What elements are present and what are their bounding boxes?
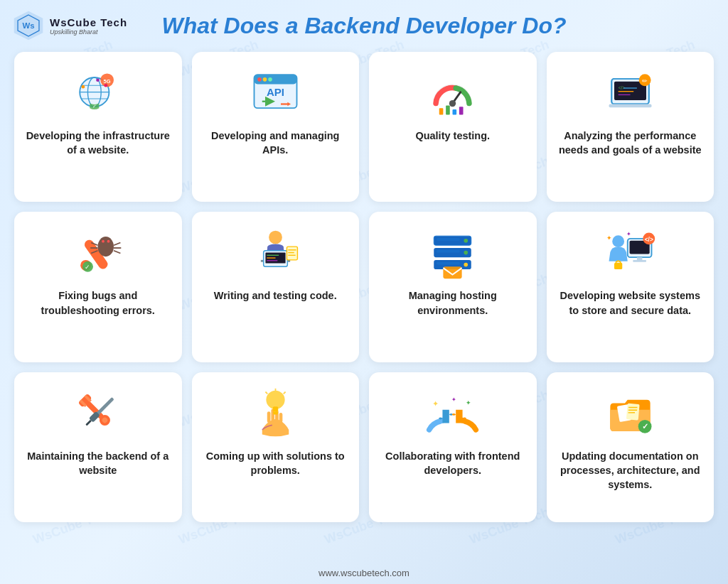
- card-bugs-text: Fixing bugs and troubleshooting errors.: [23, 288, 173, 318]
- svg-rect-74: [437, 262, 460, 265]
- card-bugs: ✓ Fixing bugs and troubleshooting errors…: [14, 212, 182, 362]
- tools-icon: [70, 385, 127, 442]
- card-backend-text: Maintaining the backend of a website: [23, 449, 173, 478]
- svg-rect-36: [609, 104, 651, 107]
- svg-text:5G: 5G: [104, 77, 111, 84]
- server-icon: [424, 225, 481, 281]
- svg-line-107: [628, 412, 634, 413]
- card-backend: Maintaining the backend of a website: [14, 372, 182, 522]
- card-docs: ✓ Updating documentation on processes, a…: [547, 372, 714, 522]
- svg-rect-25: [439, 108, 444, 114]
- svg-point-54: [269, 230, 282, 244]
- person-monitor-icon: </> ✦ ✦: [601, 225, 658, 281]
- card-quality-text: Quality testing.: [415, 129, 490, 143]
- card-hosting: Managing hosting environments.: [369, 212, 537, 362]
- svg-rect-26: [446, 105, 450, 114]
- svg-rect-80: [633, 260, 646, 262]
- svg-rect-68: [437, 238, 460, 241]
- api-icon: API: [247, 65, 304, 121]
- svg-point-24: [449, 99, 456, 106]
- card-docs-text: Updating documentation on processes, arc…: [555, 449, 706, 492]
- svg-point-11: [82, 85, 85, 88]
- svg-rect-94: [86, 420, 92, 426]
- card-api-text: Developing and managing APIs.: [200, 129, 351, 158]
- svg-rect-92: [95, 397, 114, 416]
- svg-point-18: [268, 77, 272, 82]
- card-collab: ✦ ✦ ✦ Collaborating with frontend develo…: [369, 372, 537, 522]
- card-code-text: Writing and testing code.: [214, 288, 337, 303]
- footer: www.wscubetech.com: [0, 568, 728, 578]
- svg-rect-96: [273, 406, 279, 412]
- svg-text:✦: ✦: [466, 399, 472, 406]
- svg-rect-104: [626, 404, 640, 421]
- card-code: Writing and testing code.: [192, 212, 360, 362]
- svg-rect-27: [453, 109, 457, 115]
- svg-text:API: API: [267, 86, 284, 98]
- svg-text:✦: ✦: [451, 396, 456, 403]
- svg-text:✦: ✦: [433, 399, 439, 408]
- svg-text:✦: ✦: [606, 234, 612, 242]
- card-data: </> ✦ ✦ Developing website systems to st…: [547, 212, 714, 362]
- folder-docs-icon: ✓: [601, 385, 658, 442]
- svg-rect-28: [459, 107, 464, 114]
- card-quality: Quality testing.: [369, 52, 537, 202]
- svg-line-49: [114, 251, 120, 254]
- card-solutions: Coming up with solutions to problems.: [192, 372, 360, 522]
- svg-point-67: [464, 239, 469, 243]
- bulb-icon: [247, 385, 304, 442]
- svg-line-47: [114, 242, 120, 245]
- card-performance: </> ✏ Analyzing the performance needs an…: [547, 52, 714, 202]
- svg-point-12: [105, 83, 108, 87]
- svg-text:✦: ✦: [626, 231, 631, 237]
- globe-icon: 5G ✓: [70, 65, 127, 121]
- gauge-icon: [424, 65, 481, 121]
- svg-point-95: [266, 391, 284, 409]
- svg-text:✓: ✓: [92, 104, 97, 109]
- card-infrastructure: 5G ✓ Developing the infrastructure of a …: [14, 52, 182, 202]
- card-collab-text: Collaborating with frontend developers.: [378, 449, 528, 478]
- card-hosting-text: Managing hosting environments.: [378, 288, 528, 318]
- svg-line-98: [284, 392, 286, 394]
- puzzle-icon: ✦ ✦ ✦: [424, 385, 481, 442]
- svg-text:✏: ✏: [642, 77, 648, 84]
- svg-text:</>: </>: [644, 235, 653, 242]
- bug-icon: ✓: [70, 225, 127, 281]
- main-title-area: What Does a Backend Developer Do?: [0, 0, 728, 46]
- card-solutions-text: Coming up with solutions to problems.: [200, 449, 351, 478]
- card-api: API Developing and managing APIs.: [192, 52, 360, 202]
- svg-rect-71: [437, 250, 460, 253]
- svg-point-17: [262, 77, 267, 82]
- svg-point-76: [612, 235, 624, 247]
- svg-text:✓: ✓: [641, 422, 648, 431]
- page-title: What Does a Backend Developer Do?: [0, 13, 728, 39]
- card-infrastructure-text: Developing the infrastructure of a websi…: [23, 129, 173, 158]
- footer-url: www.wscubetech.com: [318, 568, 410, 578]
- card-performance-text: Analyzing the performance needs and goal…: [555, 129, 706, 158]
- svg-line-99: [265, 392, 267, 394]
- svg-rect-61: [287, 247, 297, 260]
- svg-point-13: [96, 78, 100, 82]
- laptop-code-icon: </> ✏: [601, 65, 658, 121]
- svg-point-51: [107, 240, 110, 243]
- person-laptop-icon: [247, 225, 304, 281]
- svg-rect-75: [444, 266, 462, 279]
- svg-point-73: [464, 262, 469, 266]
- svg-point-16: [257, 77, 262, 82]
- cards-grid: 5G ✓ Developing the infrastructure of a …: [0, 46, 728, 529]
- svg-point-50: [102, 240, 105, 243]
- card-data-text: Developing website systems to store and …: [555, 288, 706, 318]
- svg-text:✓: ✓: [85, 264, 91, 271]
- svg-rect-83: [614, 262, 622, 269]
- svg-point-70: [464, 251, 469, 255]
